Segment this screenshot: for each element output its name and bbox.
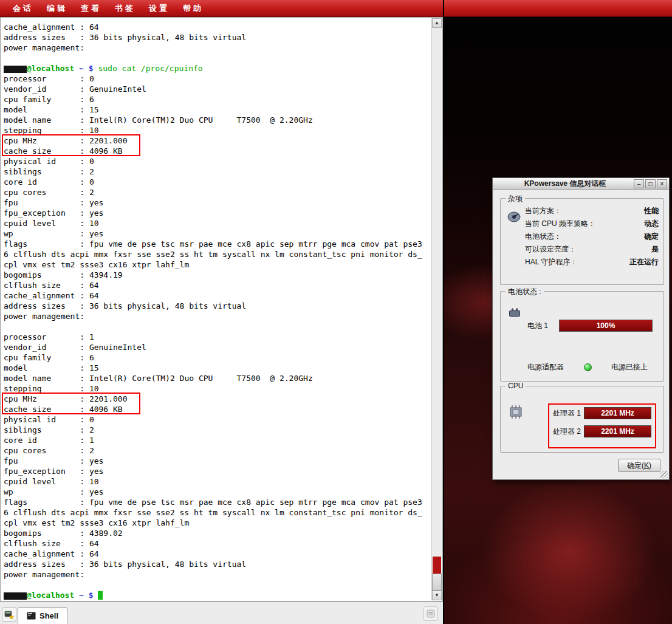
terminal-line: stepping : 10 [4, 125, 443, 135]
ok-button[interactable]: 确定(K) [618, 459, 660, 472]
terminal-line: cpu family : 6 [4, 94, 443, 105]
info-row: 可以设定亮度： 是 [525, 243, 659, 256]
prompt-path-symbol: ~ $ [79, 591, 93, 600]
ok-label: 确定( [627, 461, 644, 470]
terminal-line: cpu cores : 2 [4, 445, 443, 456]
adapter-status-led-icon [584, 363, 592, 371]
terminal-line: model name : Intel(R) Core(TM)2 Duo CPU … [4, 373, 443, 383]
terminal-line: power management: [4, 311, 443, 321]
session-list-icon [426, 609, 436, 619]
cpu-frequency-value: 2201 MHz [601, 427, 634, 436]
terminal-line: address sizes : 36 bits physical, 48 bit… [4, 301, 443, 311]
resize-grip[interactable] [660, 471, 668, 478]
scroll-up-icon[interactable]: ▲ [432, 18, 442, 28]
close-icon[interactable]: × [657, 179, 667, 188]
battery-icon [508, 306, 521, 318]
new-session-button[interactable] [2, 607, 16, 622]
prompt-path-symbol: ~ $ [79, 64, 93, 73]
minimize-icon[interactable]: – [634, 179, 644, 188]
info-label: 可以设定亮度： [525, 244, 576, 255]
terminal-line [4, 580, 443, 590]
info-row: 当前方案： 性能 [525, 205, 659, 218]
terminal-line: fpu_exception : yes [4, 208, 443, 218]
terminal-scrollbar[interactable]: ▲ ▼ [431, 18, 442, 600]
cpu-row: 处理器 2 2201 MHz [553, 425, 651, 437]
info-label: 当前方案： [525, 206, 561, 216]
info-value: 性能 [644, 206, 659, 216]
dialog-title: KPowersave 信息对话框 [498, 179, 633, 189]
terminal-line: stepping : 10 [4, 383, 443, 394]
terminal-line: 6 clflush dts acpi mmx fxsr sse sse2 ss … [4, 507, 443, 518]
misc-rows: 当前方案： 性能 当前 CPU 频率策略： 动态 电池状态： 确定 [525, 205, 659, 269]
cpu-label: 处理器 2 [553, 427, 581, 437]
terminal-line: clflush size : 64 [4, 538, 443, 549]
terminal-line: bogomips : 4394.19 [4, 270, 443, 280]
battery-label: 电池 1 [527, 321, 548, 331]
terminal-line: physical id : 0 [4, 414, 443, 425]
terminal-line: cpuid level : 10 [4, 476, 443, 487]
terminal-line: power management: [4, 43, 443, 53]
cpu-frequency-bar: 2201 MHz [584, 407, 651, 419]
cpu-label: 处理器 1 [553, 408, 581, 419]
scrollbar-thumb[interactable] [432, 574, 442, 591]
ok-accel-key: K [644, 461, 649, 470]
terminal-output[interactable]: cache_alignment : 64address sizes : 36 b… [1, 18, 443, 600]
video-window-titlebar [444, 0, 672, 17]
battery-progressbar: 100% [559, 320, 653, 332]
info-value: 动态 [644, 219, 659, 229]
menu-item[interactable]: 会话 [6, 0, 40, 16]
scroll-down-icon[interactable]: ▼ [432, 591, 442, 600]
terminal-line: cpu cores : 2 [4, 187, 443, 197]
adapter-status: 电源已接上 [611, 362, 648, 372]
info-label: 当前 CPU 频率策略： [525, 219, 595, 229]
session-list-button[interactable] [423, 606, 438, 621]
terminal-line: vendor_id : GenuineIntel [4, 342, 443, 352]
terminal-line: siblings : 2 [4, 166, 443, 177]
menu-item[interactable]: 编辑 [40, 0, 74, 16]
terminal-line: model : 15 [4, 363, 443, 373]
info-row: 电池状态： 确定 [525, 230, 659, 243]
info-row: 当前 CPU 频率策略： 动态 [525, 218, 659, 230]
tab-label: Shell [39, 611, 58, 620]
maximize-icon[interactable]: □ [645, 179, 656, 188]
terminal-line: cache size : 4096 KB [4, 146, 443, 156]
terminal-line: 6 clflush dts acpi mmx fxsr sse sse2 ss … [4, 249, 443, 259]
dialog-titlebar[interactable]: KPowersave 信息对话框 – □ × [493, 178, 669, 190]
scrollbar-history-marker [433, 557, 441, 574]
redacted-username [4, 66, 27, 73]
battery-groupbox: 电池状态 : 电池 1 100% 电源适配器 电源已接上 [500, 291, 664, 382]
terminal-line: fpu : yes [4, 456, 443, 466]
misc-legend: 杂项 [506, 194, 525, 204]
menu-item[interactable]: 设置 [142, 0, 176, 16]
terminal-line: model name : Intel(R) Core(TM)2 Duo CPU … [4, 115, 443, 125]
menu-item[interactable]: 帮助 [176, 0, 210, 16]
terminal-line: power management: [4, 569, 443, 580]
terminal-line: vendor_id : GenuineIntel [4, 84, 443, 94]
terminal-line: flags : fpu vme de pse tsc msr pae mce c… [4, 497, 443, 507]
adapter-label: 电源适配器 [527, 362, 564, 372]
terminal-line: bogomips : 4389.02 [4, 528, 443, 538]
terminal-frame: cache_alignment : 64address sizes : 36 b… [0, 17, 443, 602]
info-label: 电池状态： [525, 231, 561, 242]
terminal-window: 会话 编辑 查看 书签 设置 帮助 cache_alignment : 64ad… [0, 0, 443, 624]
terminal-prompt-line: @localhost ~ $ [4, 590, 443, 600]
gauge-icon [507, 211, 521, 223]
menu-item[interactable]: 书签 [108, 0, 142, 16]
terminal-line: address sizes : 36 bits physical, 48 bit… [4, 559, 443, 569]
terminal-line: cpu MHz : 2201.000 [4, 394, 443, 404]
battery-legend: 电池状态 : [506, 287, 544, 297]
terminal-line: wp : yes [4, 487, 443, 497]
terminal-line: cache_alignment : 64 [4, 290, 443, 301]
cpu-row: 处理器 1 2201 MHz [553, 407, 651, 419]
terminal-line [4, 321, 443, 332]
new-session-icon [4, 609, 14, 619]
misc-groupbox: 杂项 当前方案： 性能 当前 CPU 频率策略： [500, 198, 664, 285]
menu-item[interactable]: 查看 [74, 0, 108, 16]
terminal-line: clflush size : 64 [4, 280, 443, 290]
info-row: HAL 守护程序： 正在运行 [525, 256, 659, 269]
terminal-line: fpu : yes [4, 197, 443, 208]
terminal-line: cache_alignment : 64 [4, 22, 443, 32]
terminal-icon [27, 612, 36, 620]
cpu-frequency-bar: 2201 MHz [584, 425, 651, 437]
tab-shell[interactable]: Shell [18, 607, 67, 624]
